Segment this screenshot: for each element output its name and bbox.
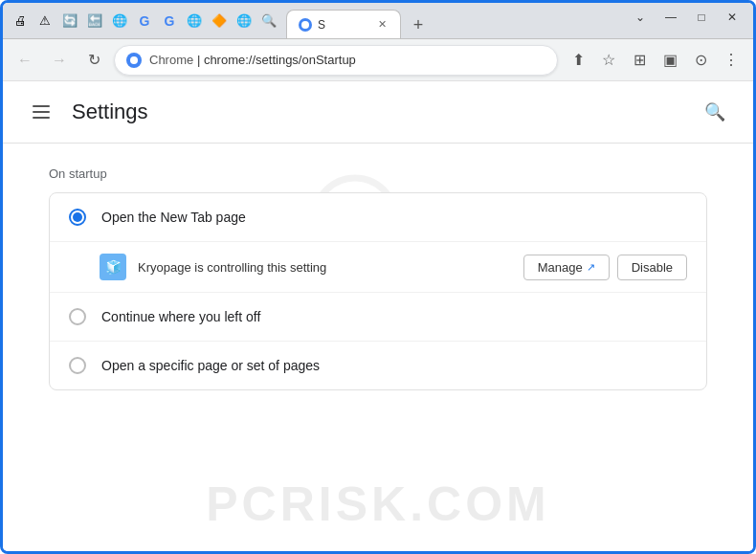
settings-page: Settings 🔍 PC PCRISK.COM On startup [3,81,753,551]
title-bar: 🖨 ⚠ 🔄 🔙 🌐 G G 🌐 🔶 🌐 🔍 S ✕ + ⌄ — [3,3,753,39]
address-text: Chrome | chrome://settings/onStartup [149,53,545,67]
share-button[interactable]: ⬆ [564,46,592,75]
titlebar-icon-7: G [160,11,179,31]
tab-close-button[interactable]: ✕ [375,18,389,32]
settings-search-button[interactable]: 🔍 [700,97,730,127]
settings-content: PC PCRISK.COM On startup Open the New Ta… [3,144,753,551]
profile-button[interactable]: ⊙ [686,46,715,75]
watermark-bottom-text: PCRISK.COM [206,476,549,532]
radio-continue[interactable] [69,308,86,325]
extensions-button[interactable]: ⊞ [625,46,654,75]
manage-external-icon: ↗ [587,261,595,274]
extension-actions: Manage ↗ Disable [523,255,687,280]
url-separator: | [197,53,204,67]
back-button[interactable]: ← [11,46,39,75]
title-bar-icons: 🖨 ⚠ 🔄 🔙 🌐 G G 🌐 🔶 🌐 🔍 [11,11,278,31]
titlebar-icon-10: 🌐 [234,11,254,31]
titlebar-icon-3: 🔄 [60,11,79,31]
window-controls: ⌄ — □ ✕ [627,3,745,28]
more-button[interactable]: ⋮ [717,46,745,75]
site-name: Chrome [149,53,193,67]
section-title: On startup [49,166,707,181]
options-card: Open the New Tab page 🧊 Kryopage is cont… [49,192,707,390]
menu-line-3 [33,117,50,119]
radio-open-new-tab[interactable] [69,209,86,226]
titlebar-icon-8: 🌐 [185,11,204,31]
tab-title: S [318,18,369,32]
option-label-continue: Continue where you left off [101,309,687,324]
tab-favicon [299,18,312,32]
menu-line-2 [33,111,50,113]
dropdown-button[interactable]: ⌄ [627,7,654,28]
manage-label: Manage [538,260,583,275]
option-continue[interactable]: Continue where you left off [50,293,706,342]
url-path: chrome://settings/onStartup [204,53,356,67]
page-title: Settings [72,100,700,124]
option-label-specific-page: Open a specific page or set of pages [101,358,687,373]
titlebar-icon-4: 🔙 [85,11,104,31]
extension-icon: 🧊 [100,254,126,280]
disable-button[interactable]: Disable [617,255,687,280]
svg-point-0 [301,21,309,29]
tabs-area: S ✕ + [286,3,627,38]
option-open-new-tab[interactable]: Open the New Tab page [50,193,706,242]
new-tab-button[interactable]: + [405,11,432,38]
menu-button[interactable] [26,97,56,127]
disable-label: Disable [632,260,673,275]
extension-row: 🧊 Kryopage is controlling this setting M… [50,242,706,293]
browser-window: 🖨 ⚠ 🔄 🔙 🌐 G G 🌐 🔶 🌐 🔍 S ✕ + ⌄ — [0,0,756,554]
manage-button[interactable]: Manage ↗ [523,255,610,280]
option-label-open-new-tab: Open the New Tab page [101,210,687,225]
settings-header: Settings 🔍 [3,81,753,144]
navigation-bar: ← → ↻ Chrome | chrome://settings/onStart… [3,39,753,81]
radio-specific-page[interactable] [69,357,86,374]
svg-point-1 [130,56,138,64]
bookmark-button[interactable]: ☆ [594,46,623,75]
address-favicon [126,53,142,68]
minimize-button[interactable]: — [657,7,684,28]
close-button[interactable]: ✕ [719,7,745,28]
nav-actions: ⬆ ☆ ⊞ ▣ ⊙ ⋮ [564,46,745,75]
address-bar[interactable]: Chrome | chrome://settings/onStartup [114,45,558,76]
active-tab[interactable]: S ✕ [286,10,401,38]
radio-inner-open-new-tab [73,212,82,222]
titlebar-icon-6: G [135,11,154,31]
maximize-button[interactable]: □ [688,7,715,28]
extension-name: Kryopage is controlling this setting [138,260,512,275]
refresh-button[interactable]: ↻ [79,46,108,75]
option-specific-page[interactable]: Open a specific page or set of pages [50,342,706,389]
titlebar-icon-5: 🌐 [110,11,129,31]
titlebar-icon-search: 🔍 [259,11,278,31]
forward-button[interactable]: → [45,46,74,75]
sidebar-button[interactable]: ▣ [656,46,684,75]
titlebar-icon-1: 🖨 [11,11,30,31]
menu-line-1 [33,105,50,107]
titlebar-icon-9: 🔶 [210,11,229,31]
titlebar-icon-2: ⚠ [35,11,55,31]
